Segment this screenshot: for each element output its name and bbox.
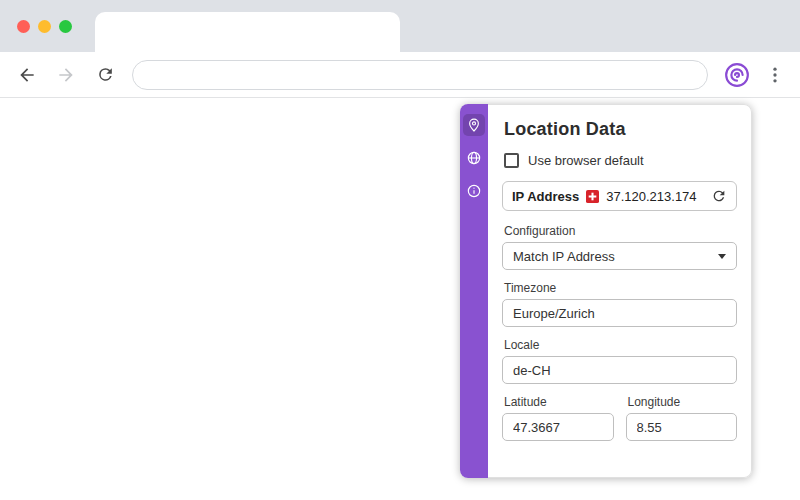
ip-address-box: IP Address 37.120.213.174	[502, 181, 737, 211]
ip-address-value: 37.120.213.174	[606, 189, 696, 204]
page-content: Location Data Use browser default IP Add…	[0, 98, 800, 499]
reload-icon[interactable]	[93, 63, 117, 87]
configuration-label: Configuration	[504, 224, 737, 238]
browser-titlebar	[0, 0, 800, 52]
panel-title: Location Data	[504, 119, 737, 140]
chevron-down-icon	[718, 254, 726, 259]
switzerland-flag-icon	[586, 190, 599, 203]
longitude-field: Longitude	[626, 395, 738, 452]
browser-menu-icon[interactable]	[765, 63, 785, 87]
location-data-panel: Location Data Use browser default IP Add…	[488, 104, 752, 478]
configuration-dropdown[interactable]: Match IP Address	[502, 242, 737, 270]
locale-label: Locale	[504, 338, 737, 352]
address-bar[interactable]	[132, 60, 708, 90]
longitude-input[interactable]	[626, 413, 738, 441]
popup-sidebar-rail	[460, 104, 488, 478]
longitude-label: Longitude	[628, 395, 738, 409]
use-browser-default-label: Use browser default	[528, 153, 644, 168]
back-icon[interactable]	[15, 63, 39, 87]
browser-toolbar	[0, 52, 800, 98]
use-browser-default-checkbox[interactable]	[504, 153, 519, 168]
latitude-label: Latitude	[504, 395, 614, 409]
address-bar-input[interactable]	[147, 67, 693, 82]
ip-refresh-icon[interactable]	[711, 188, 727, 204]
extension-popup: Location Data Use browser default IP Add…	[460, 104, 752, 478]
latitude-input[interactable]	[502, 413, 614, 441]
timezone-label: Timezone	[504, 281, 737, 295]
configuration-selected-value: Match IP Address	[513, 249, 615, 264]
zoom-window-button[interactable]	[59, 20, 72, 33]
latitude-field: Latitude	[502, 395, 614, 452]
timezone-input[interactable]	[502, 299, 737, 327]
info-tab-icon[interactable]	[463, 180, 485, 202]
minimize-window-button[interactable]	[38, 20, 51, 33]
forward-icon[interactable]	[54, 63, 78, 87]
lat-long-row: Latitude Longitude	[502, 395, 737, 452]
globe-tab-icon[interactable]	[463, 147, 485, 169]
traffic-lights	[17, 20, 72, 33]
location-tab-pin-icon[interactable]	[463, 114, 485, 136]
use-browser-default-row: Use browser default	[504, 153, 737, 168]
locale-input[interactable]	[502, 356, 737, 384]
ip-address-label: IP Address	[512, 189, 579, 204]
browser-tab[interactable]	[95, 12, 400, 52]
close-window-button[interactable]	[17, 20, 30, 33]
vytal-extension-icon[interactable]	[723, 61, 750, 88]
